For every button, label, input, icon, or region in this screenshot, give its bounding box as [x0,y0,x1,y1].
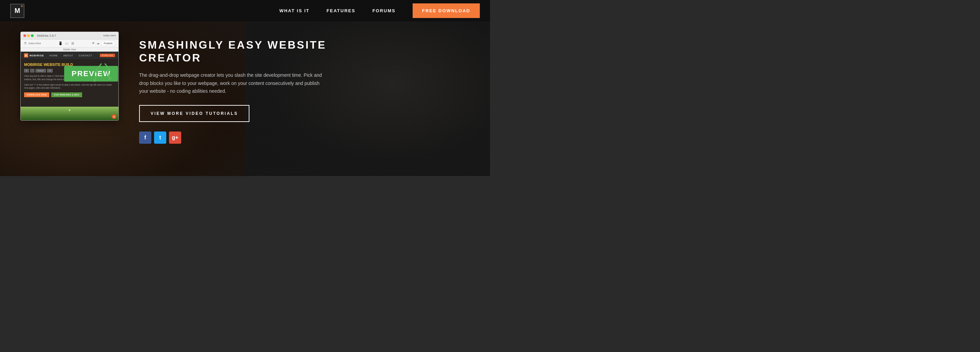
left-panel: Mobirise 2.8.7 index.html ☰ index.html 📱… [21,32,119,121]
app-footer-strip: ▼ + [21,107,118,120]
inner-publish-btn[interactable]: PUBLISH [100,54,115,57]
inner-nav-home: HOME [49,54,58,57]
svg-marker-5 [93,80,97,82]
app-title: Mobirise 2.8.7 [37,34,56,37]
app-window: Mobirise 2.8.7 index.html ☰ index.html 📱… [21,32,119,121]
nav-features[interactable]: FEATURES [326,8,355,13]
app-download-btn[interactable]: DOWNLOAD NOW [24,93,49,97]
app-toolbar: ☰ index.html 📱 ▭ 🖥 👁 ☁ Publish [21,39,118,48]
logo-spark-icon [18,5,23,10]
hero-title-line1: SMASHINGLY EASY WEBSITE [139,39,326,51]
style-box-b: B [24,69,29,72]
nav-links: WHAT IS IT FEATURES FORUMS FREE DOWNLOAD [279,3,480,18]
googleplus-icon[interactable]: g+ [169,131,181,144]
hero-title-line2: CREATOR [139,52,201,64]
app-inner-nav: M MOBIRISE HOME ABOUT CONTACT PUBLISH [21,52,118,59]
logo-box: M [10,4,24,18]
style-box-quote: " [30,69,34,72]
mobile-icon[interactable]: 📱 [58,42,62,45]
toolbar-right: 👁 ☁ Publish [92,41,115,46]
app-windows-btn[interactable]: FOR WINDOWS & MAC [51,93,82,97]
titlebar-left: Mobirise 2.8.7 [24,34,56,37]
app-titlebar: Mobirise 2.8.7 index.html [21,32,118,39]
inner-brand: M MOBIRISE [24,53,44,58]
twitter-icon[interactable]: t [154,131,166,144]
svg-marker-6 [108,78,112,80]
navbar: M WHAT IS IT FEATURES FORUMS FREE DOWNLO… [0,0,490,21]
publish-button[interactable]: Publish [102,41,115,46]
nav-download-button[interactable]: FREE DOWNLOAD [413,3,480,18]
desktop-icon[interactable]: 🖥 [71,42,74,45]
dot-minimize [27,34,30,37]
hero-title: SMASHINGLY EASY WEBSITE CREATOR [139,38,336,64]
hero-description: The drag-and-drop webpage creator lets y… [139,71,329,96]
svg-line-3 [22,5,22,5]
main-content: Mobirise 2.8.7 index.html ☰ index.html 📱… [0,21,490,176]
cloud-icon: ☁ [97,42,99,45]
right-panel: SMASHINGLY EASY WEBSITE CREATOR The drag… [139,32,469,144]
toolbar-icons: 📱 ▭ 🖥 [58,42,74,45]
inner-logo-box: M [24,53,28,58]
dot-close [24,34,26,37]
social-icons: f t g+ [139,131,469,144]
app-body: MOBIRISE WEBSITE BUILD B " Roboto 21 Cli… [21,59,118,107]
titlebar-right: index.html [103,34,116,37]
inner-nav-about: ABOUT [64,54,73,57]
nav-logo: M [10,4,24,18]
view-label: Mobile View [21,48,118,52]
nav-what-is-it[interactable]: WHAT IS IT [279,8,309,13]
arrows-svg [88,62,115,82]
app-body-text2: Click red "+" in the bottom right corner… [24,83,115,90]
hamburger-icon: ☰ [24,42,27,45]
facebook-icon[interactable]: f [139,131,151,144]
dot-maximize [31,34,33,37]
tutorials-button[interactable]: VIEW MORE VIDEO TUTORIALS [139,105,250,122]
add-block-btn[interactable]: + [111,114,116,119]
style-box-font: Roboto [36,69,46,72]
svg-line-4 [22,6,22,7]
inner-nav-contact: CONTACT [79,54,92,57]
style-box-size: 21 [47,69,53,72]
filename-label: index.html [103,34,116,37]
eye-icon[interactable]: 👁 [92,42,95,45]
tablet-icon[interactable]: ▭ [65,42,68,45]
inner-brand-text: MOBIRISE [30,54,44,57]
nav-forums[interactable]: FORUMS [372,8,395,13]
titlebar-dots [24,34,33,37]
chevron-down: ▼ [21,107,118,114]
app-btns: DOWNLOAD NOW FOR WINDOWS & MAC [24,93,115,97]
toolbar-filename: index.html [29,42,41,45]
